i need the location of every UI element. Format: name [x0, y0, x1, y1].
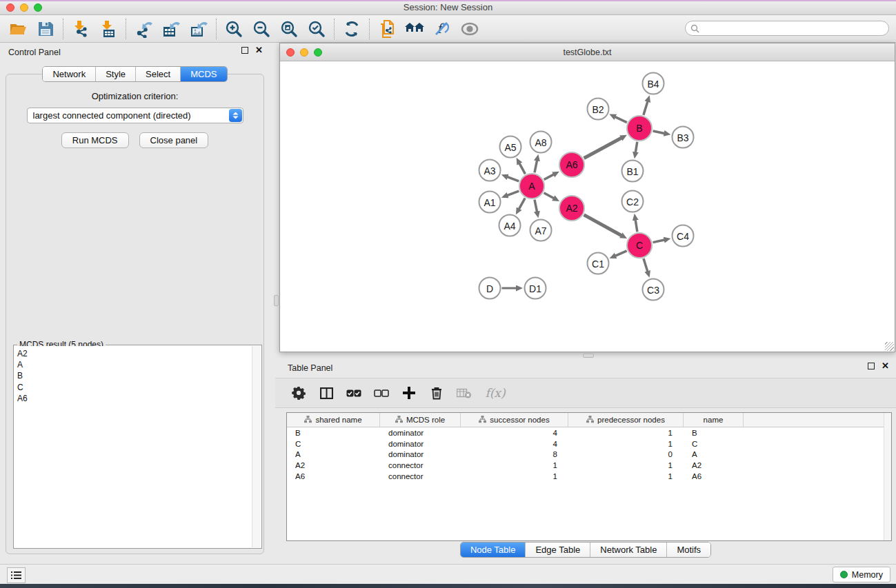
status-bar: Memory — [0, 564, 896, 584]
column-header-name[interactable]: name — [684, 413, 744, 427]
deselect-all-button[interactable] — [373, 384, 390, 402]
search-field[interactable] — [685, 21, 889, 36]
import-table-button[interactable] — [94, 17, 122, 41]
show-eye-button[interactable] — [456, 17, 484, 41]
export-table-button[interactable] — [157, 17, 185, 41]
search-input[interactable] — [699, 23, 888, 33]
zoom-out-button[interactable] — [248, 17, 275, 41]
table-row[interactable]: Cdominator41C — [287, 438, 891, 449]
import-network-button[interactable] — [67, 17, 94, 41]
horizontal-splitter-handle[interactable] — [583, 354, 594, 358]
column-header-shared-name[interactable]: shared name — [287, 413, 380, 427]
criterion-select[interactable]: largest connected component (directed) — [27, 108, 243, 123]
table-row[interactable]: Adominator80A — [287, 449, 891, 460]
tab-edge-table[interactable]: Edge Table — [526, 543, 590, 557]
table-row[interactable]: A6connector11A6 — [287, 471, 891, 482]
node-C[interactable]: C — [626, 232, 653, 258]
node-B3[interactable]: B3 — [672, 126, 695, 149]
add-row-button[interactable] — [401, 384, 417, 402]
result-item[interactable]: C — [14, 382, 252, 393]
column-header-MCDS-role[interactable]: MCDS role — [380, 413, 461, 427]
node-A4[interactable]: A4 — [499, 214, 521, 237]
tab-style[interactable]: Style — [96, 67, 136, 81]
node-B1[interactable]: B1 — [621, 160, 644, 183]
column-header-predecessor-nodes[interactable]: predecessor nodes — [568, 413, 684, 427]
node-C4[interactable]: C4 — [672, 225, 695, 247]
tab-mcds[interactable]: MCDS — [181, 67, 226, 81]
select-all-button[interactable] — [346, 384, 362, 402]
edge-C-C2 — [635, 220, 637, 232]
close-panel-icon[interactable]: ✕ — [255, 47, 263, 54]
table-row[interactable]: A2connector11A2 — [287, 460, 891, 471]
save-session-button[interactable] — [32, 17, 59, 41]
node-A7[interactable]: A7 — [530, 219, 552, 242]
delete-rows-button[interactable] — [428, 384, 445, 402]
network-window-titlebar[interactable]: testGlobe.txt — [280, 43, 895, 61]
run-mcds-button[interactable]: Run MCDS — [61, 132, 129, 148]
node-C1[interactable]: C1 — [587, 252, 610, 275]
node-B2[interactable]: B2 — [587, 98, 610, 121]
table-scrollbar[interactable] — [884, 413, 891, 540]
node-C2[interactable]: C2 — [621, 190, 644, 213]
node-B4[interactable]: B4 — [642, 72, 665, 95]
edge-B-B1 — [635, 142, 637, 152]
open-session-button[interactable] — [4, 17, 32, 41]
result-item[interactable]: A — [14, 359, 252, 370]
tab-motifs[interactable]: Motifs — [667, 543, 710, 557]
node-A3[interactable]: A3 — [479, 159, 501, 182]
column-view-button[interactable] — [318, 384, 335, 402]
close-table-panel-icon[interactable]: ✕ — [882, 363, 889, 369]
result-item[interactable]: A6 — [14, 393, 252, 404]
export-image-button[interactable] — [185, 17, 212, 41]
node-A8[interactable]: A8 — [530, 131, 552, 154]
node-D[interactable]: D — [479, 277, 501, 300]
table-row[interactable]: Bdominator41B — [287, 427, 891, 438]
zoom-selected-button[interactable] — [303, 17, 330, 41]
tab-network[interactable]: Network — [43, 67, 96, 81]
unchecked-boxes-icon — [374, 389, 389, 397]
function-builder-button[interactable]: f(x) — [484, 384, 507, 402]
node-A[interactable]: A — [519, 173, 545, 199]
tab-network-table[interactable]: Network Table — [590, 543, 667, 557]
result-item[interactable]: B — [14, 370, 252, 381]
home-button[interactable] — [401, 17, 428, 41]
table-settings-button[interactable] — [290, 384, 307, 402]
zoom-in-button[interactable] — [220, 17, 248, 41]
table-cell: A — [684, 450, 744, 458]
tab-node-table[interactable]: Node Table — [461, 543, 526, 557]
task-history-button[interactable] — [7, 567, 26, 583]
node-A1[interactable]: A1 — [479, 191, 501, 214]
resize-grip[interactable] — [885, 342, 894, 351]
column-header-successor-nodes[interactable]: successor nodes — [461, 413, 568, 427]
hide-function-button[interactable]: f — [428, 17, 456, 41]
table-cell: 1 — [568, 461, 684, 469]
table-cell: B — [287, 429, 380, 437]
delete-table-icon — [457, 388, 472, 398]
result-list-scrollbar[interactable] — [252, 346, 261, 547]
table-cell: A2 — [684, 461, 744, 469]
table-cell: A2 — [287, 461, 380, 469]
node-A2[interactable]: A2 — [559, 195, 585, 221]
zoom-fit-button[interactable] — [275, 17, 303, 41]
vertical-splitter-handle[interactable] — [274, 295, 279, 306]
toolbar-separator — [126, 19, 126, 39]
node-D1[interactable]: D1 — [524, 277, 547, 300]
float-panel-icon[interactable] — [241, 47, 248, 54]
memory-button[interactable]: Memory — [833, 567, 890, 582]
node-B[interactable]: B — [626, 115, 653, 141]
network-canvas[interactable]: B4B2BB3A8A5A6A3B1AC2A1A2A4A7C4CC1DD1C3 — [280, 61, 895, 352]
refresh-button[interactable] — [338, 17, 366, 41]
close-panel-button[interactable]: Close panel — [139, 132, 209, 148]
result-item[interactable]: A2 — [14, 348, 252, 359]
checked-boxes-icon — [346, 389, 361, 397]
node-A6[interactable]: A6 — [559, 152, 585, 178]
node-C3[interactable]: C3 — [642, 278, 665, 301]
float-table-panel-icon[interactable] — [868, 363, 875, 369]
network-document-button[interactable] — [373, 17, 401, 41]
table-cell: 1 — [568, 429, 684, 437]
tab-select[interactable]: Select — [136, 67, 181, 81]
node-A5[interactable]: A5 — [499, 136, 522, 159]
export-network-button[interactable] — [130, 17, 157, 41]
toolbar-separator — [369, 19, 370, 39]
delete-table-button[interactable] — [456, 384, 472, 402]
